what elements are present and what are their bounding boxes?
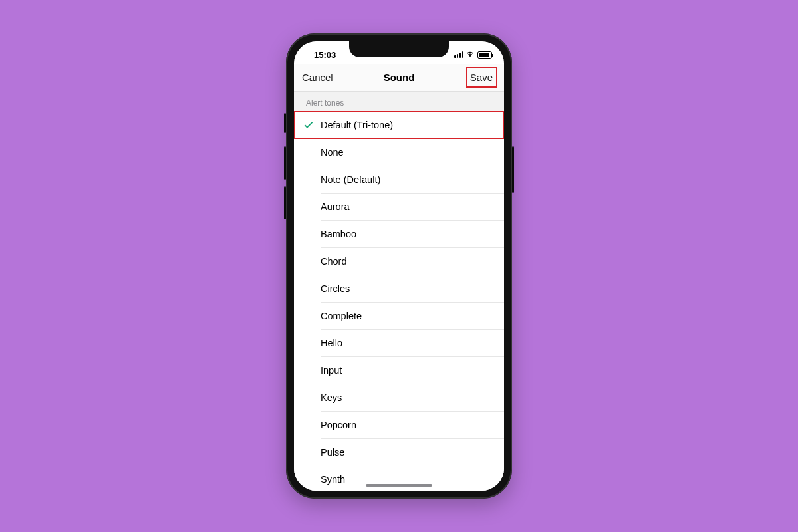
save-button[interactable]: Save <box>469 69 494 86</box>
tone-row[interactable]: Popcorn <box>294 412 504 438</box>
phone-frame: 15:03 Cancel Sound Save Alert tones Defa… <box>286 33 512 499</box>
tone-row[interactable]: Bamboo <box>294 221 504 247</box>
battery-icon <box>477 51 492 59</box>
section-header-alert-tones: Alert tones <box>294 92 504 112</box>
tone-row[interactable]: Complete <box>294 303 504 329</box>
tone-row[interactable]: Keys <box>294 384 504 411</box>
page-title: Sound <box>384 72 415 83</box>
wifi-icon <box>466 50 475 60</box>
tone-label: Popcorn <box>321 420 356 430</box>
tone-row[interactable]: Aurora <box>294 194 504 220</box>
navigation-bar: Cancel Sound Save <box>294 64 504 92</box>
power-button <box>512 146 514 193</box>
tone-row[interactable]: Pulse <box>294 439 504 466</box>
tone-label: Synth <box>321 474 345 485</box>
tone-row[interactable]: Chord <box>294 248 504 275</box>
cellular-signal-icon <box>454 51 463 58</box>
status-time: 15:03 <box>310 46 336 60</box>
cancel-button[interactable]: Cancel <box>301 69 334 86</box>
tone-row[interactable]: Note (Default) <box>294 166 504 193</box>
tone-label: Pulse <box>321 447 344 458</box>
tone-label: Chord <box>321 256 347 267</box>
save-highlight: Save <box>466 67 497 88</box>
mute-switch <box>284 113 286 133</box>
volume-up-button <box>284 146 286 180</box>
tone-label: Hello <box>321 338 342 348</box>
tone-row[interactable]: Circles <box>294 275 504 302</box>
tone-label: Default (Tri-tone) <box>321 120 393 130</box>
tone-label: Keys <box>321 392 342 403</box>
tone-row[interactable]: Synth <box>294 466 504 491</box>
tone-label: Aurora <box>321 201 350 212</box>
tone-label: None <box>321 147 344 158</box>
tone-label: Note (Default) <box>321 174 380 185</box>
tone-row[interactable]: Hello <box>294 330 504 356</box>
notch <box>349 41 449 57</box>
home-indicator[interactable] <box>366 484 432 487</box>
tone-label: Complete <box>321 311 362 321</box>
tone-row[interactable]: None <box>294 139 504 166</box>
alert-tones-list: Default (Tri-tone)NoneNote (Default)Auro… <box>294 112 504 491</box>
content-area[interactable]: Alert tones Default (Tri-tone)NoneNote (… <box>294 92 504 491</box>
tone-row[interactable]: Input <box>294 357 504 384</box>
tone-row[interactable]: Default (Tri-tone) <box>294 112 504 138</box>
tone-label: Bamboo <box>321 229 356 239</box>
tone-label: Input <box>321 365 342 376</box>
tone-label: Circles <box>321 283 350 294</box>
checkmark-icon <box>302 120 315 130</box>
volume-down-button <box>284 186 286 219</box>
screen: 15:03 Cancel Sound Save Alert tones Defa… <box>294 41 504 491</box>
status-indicators <box>454 46 492 60</box>
